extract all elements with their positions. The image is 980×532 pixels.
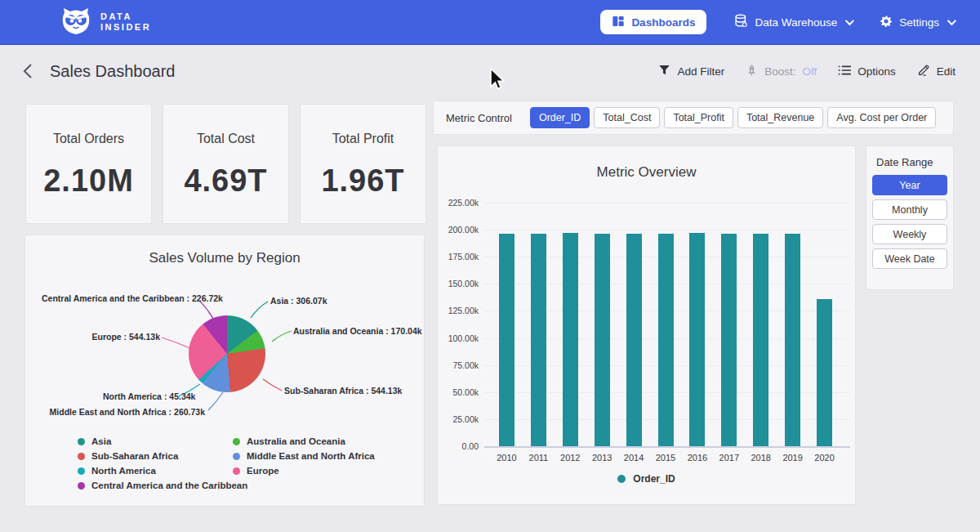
pie-legend-column-2: Australia and Oceania Middle East and No… (233, 436, 375, 476)
legend-label: Order_ID (633, 473, 675, 485)
y-axis-tick: 200.00k (438, 225, 479, 235)
y-axis-tick: 75.00k (438, 360, 479, 370)
header-toolbar: Add Filter Boost: Off (658, 64, 956, 79)
legend-dot (233, 438, 240, 445)
x-axis-tick-2013: 2013 (586, 453, 618, 463)
chevron-down-icon (947, 16, 956, 25)
x-axis-tick-2010: 2010 (490, 453, 523, 463)
date-range-option-monthly[interactable]: Monthly (872, 199, 947, 220)
add-filter-button[interactable]: Add Filter (658, 64, 724, 78)
pie-label-sub-saharan-africa: Sub-Saharan Africa : 544.13k (284, 386, 402, 396)
chart-title: Metric Overview (438, 164, 855, 181)
metric-option-order-id[interactable]: Order_ID (530, 107, 590, 128)
top-navbar: DATA INSIDER Dashboards (0, 0, 980, 45)
kpi-label: Total Orders (53, 132, 124, 146)
bar-2016[interactable] (689, 233, 705, 446)
metric-buttons: Order_IDTotal_CostTotal_ProfitTotal_Reve… (530, 107, 936, 128)
gridline (484, 230, 850, 230)
gridline (484, 203, 850, 203)
y-axis-tick: 100.00k (438, 333, 479, 343)
x-axis-tick-2018: 2018 (745, 453, 777, 463)
filter-funnel-icon (658, 64, 670, 78)
pie-label-australia-oceania: Australia and Oceania : 170.04k (293, 326, 422, 336)
legend-dot (233, 453, 240, 460)
edit-button[interactable]: Edit (917, 64, 956, 79)
pie-label-middle-east: Middle East and North Africa : 260.73k (47, 407, 205, 417)
date-range-option-week-date[interactable]: Week Date (872, 248, 947, 269)
y-axis-tick: 150.00k (438, 279, 479, 288)
settings-label: Settings (899, 16, 939, 29)
back-button[interactable] (23, 63, 33, 79)
boost-toggle[interactable]: Boost: Off (746, 64, 817, 79)
date-range-option-weekly[interactable]: Weekly (872, 224, 947, 244)
legend-dot (78, 438, 85, 445)
x-axis-tick-2016: 2016 (681, 453, 714, 463)
metric-overview-chart-panel: Metric Overview 0.0025.00k50.00k75.00k10… (437, 145, 856, 505)
y-axis-tick: 125.00k (438, 306, 479, 315)
metric-option-avg-cost-per-order[interactable]: Avg. Cost per Order (827, 107, 936, 128)
bar-2017[interactable] (721, 234, 737, 446)
brand-logo[interactable]: DATA INSIDER (60, 4, 151, 40)
legend-item-asia[interactable]: Asia (78, 436, 247, 446)
bar-2014[interactable] (626, 234, 642, 446)
app-root: DATA INSIDER Dashboards (0, 0, 980, 532)
brand-line1: DATA (100, 11, 151, 22)
dashboards-label: Dashboards (631, 16, 695, 29)
date-range-option-year[interactable]: Year (872, 175, 947, 195)
kpi-card-total-cost: Total Cost 4.69T (163, 104, 289, 224)
settings-menu[interactable]: Settings (880, 15, 954, 30)
metric-option-total-cost[interactable]: Total_Cost (594, 107, 660, 128)
metric-option-total-revenue[interactable]: Total_Revenue (737, 107, 823, 128)
y-axis-tick: 50.00k (438, 387, 479, 397)
kpi-value: 1.96T (321, 163, 404, 199)
bar-2012[interactable] (563, 233, 578, 446)
x-axis-tick-2011: 2011 (522, 453, 555, 463)
data-warehouse-menu[interactable]: Data Warehouse (734, 14, 852, 30)
y-axis-tick: 25.00k (438, 414, 479, 424)
database-icon (734, 14, 748, 30)
date-range-panel: Date Range YearMonthlyWeeklyWeek Date (866, 145, 954, 290)
nav-menu: Dashboards Data Warehouse (600, 10, 954, 34)
brand-line2: INSIDER (100, 22, 151, 33)
bar-2019[interactable] (785, 234, 800, 446)
y-axis-tick: 225.00k (438, 198, 479, 208)
legend-item-australia-oceania[interactable]: Australia and Oceania (233, 436, 375, 446)
bar-chart-legend[interactable]: Order_ID (438, 473, 855, 485)
x-axis-tick-2015: 2015 (649, 453, 682, 463)
pie-legend-column-1: Asia Sub-Saharan Africa North America Ce… (78, 436, 247, 490)
bar-2020[interactable] (817, 299, 832, 446)
page-header: Sales Dashboard Add Filter (0, 45, 980, 97)
kpi-card-total-orders: Total Orders 2.10M (25, 104, 152, 224)
dashboard-grid-icon (612, 15, 625, 30)
x-axis-line (484, 446, 850, 448)
bar-2011[interactable] (531, 234, 546, 446)
kpi-value: 4.69T (184, 163, 267, 199)
kpi-label: Total Cost (197, 132, 255, 146)
legend-item-europe[interactable]: Europe (233, 466, 375, 476)
metric-control-panel: Metric Control Order_IDTotal_CostTotal_P… (433, 101, 954, 135)
legend-item-central-america[interactable]: Central America and the Caribbean (78, 481, 247, 490)
dashboards-button[interactable]: Dashboards (600, 10, 706, 34)
y-axis-tick: 175.00k (438, 252, 479, 262)
x-axis-tick-2012: 2012 (554, 453, 586, 463)
list-options-icon (838, 65, 851, 78)
pie-label-europe: Europe : 544.13k (91, 332, 160, 342)
bar-2015[interactable] (658, 234, 674, 446)
pencil-icon (917, 64, 930, 79)
bar-2013[interactable] (595, 234, 610, 446)
legend-dot (78, 453, 85, 460)
bar-2010[interactable] (499, 234, 514, 446)
options-button[interactable]: Options (838, 65, 896, 78)
bar-2018[interactable] (753, 234, 768, 446)
page-title: Sales Dashboard (50, 62, 175, 81)
rocket-icon (746, 64, 758, 79)
kpi-label: Total Profit (332, 132, 394, 146)
legend-item-middle-east[interactable]: Middle East and North Africa (233, 451, 375, 461)
data-warehouse-label: Data Warehouse (755, 16, 837, 29)
boost-state: Off (802, 65, 817, 78)
legend-item-north-america[interactable]: North America (78, 466, 247, 476)
pie-label-central-america: Central America and the Caribbean : 226.… (42, 293, 198, 303)
metric-option-total-profit[interactable]: Total_Profit (664, 107, 733, 128)
legend-item-sub-saharan-africa[interactable]: Sub-Saharan Africa (78, 451, 247, 461)
kpi-value: 2.10M (43, 163, 134, 199)
